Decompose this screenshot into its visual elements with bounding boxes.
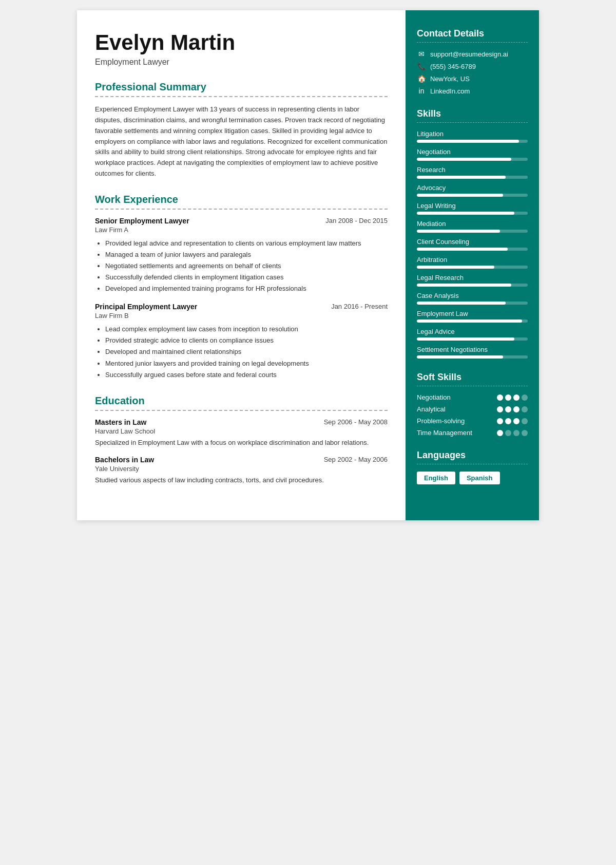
skill-item: Legal Research (417, 274, 528, 287)
skill-bar-fill (417, 176, 506, 179)
skill-bar-fill (417, 230, 500, 233)
job-bullet: Lead complex employment law cases from i… (105, 324, 388, 335)
job-bullet: Successfully argued cases before state a… (105, 369, 388, 381)
skill-name: Client Counseling (417, 238, 528, 246)
dot-filled (505, 394, 511, 401)
skill-bar-fill (417, 140, 519, 143)
contact-list: ✉ support@resumedesign.ai 📞 (555) 345-67… (417, 50, 528, 95)
job-bullet: Provided strategic advice to clients on … (105, 335, 388, 346)
job-company: Law Firm B (95, 312, 388, 319)
job-entry: Principal Employment Lawyer Jan 2016 - P… (95, 303, 388, 380)
job-company: Law Firm A (95, 226, 388, 234)
work-experience-divider (95, 209, 388, 210)
skill-item: Research (417, 166, 528, 179)
dot-empty (522, 394, 528, 401)
edu-dates: Sep 2002 - May 2006 (324, 456, 388, 463)
skill-bar-bg (417, 337, 528, 341)
skill-bar-fill (417, 284, 511, 287)
jobs-list: Senior Employment Lawyer Jan 2008 - Dec … (95, 217, 388, 381)
contact-title: Contact Details (417, 28, 528, 39)
skill-name: Mediation (417, 220, 528, 228)
left-column: Evelyn Martin Employment Lawyer Professi… (77, 10, 406, 520)
skills-list: Litigation Negotiation Research Advocacy… (417, 130, 528, 359)
skill-bar-bg (417, 266, 528, 269)
skill-bar-fill (417, 355, 503, 359)
skill-item: Litigation (417, 130, 528, 143)
skill-item: Legal Writing (417, 202, 528, 215)
soft-skill-name: Analytical (417, 405, 446, 413)
contact-icon: in (417, 87, 426, 95)
job-title-text: Principal Employment Lawyer (95, 303, 197, 311)
edu-dates: Sep 2006 - May 2008 (324, 418, 388, 426)
summary-text: Experienced Employment Lawyer with 13 ye… (95, 104, 388, 179)
skill-name: Case Analysis (417, 292, 528, 299)
skills-divider (417, 122, 528, 123)
skill-name: Advocacy (417, 184, 528, 192)
skill-item: Settlement Negotiations (417, 346, 528, 359)
language-tag: English (417, 472, 455, 484)
dot-filled (513, 394, 519, 401)
job-dates: Jan 2016 - Present (331, 303, 388, 310)
summary-divider (95, 96, 388, 97)
skill-name: Arbitration (417, 256, 528, 264)
skill-bar-bg (417, 194, 528, 197)
languages-title: Languages (417, 450, 528, 461)
skill-name: Litigation (417, 130, 528, 138)
contact-icon: ✉ (417, 50, 426, 58)
skill-item: Employment Law (417, 310, 528, 323)
skill-bar-fill (417, 302, 506, 305)
soft-skills-section: Soft Skills Negotiation Analytical Probl… (417, 372, 528, 437)
contact-text: support@resumedesign.ai (430, 50, 508, 58)
job-bullets-list: Lead complex employment law cases from i… (95, 324, 388, 380)
job-entry: Senior Employment Lawyer Jan 2008 - Dec … (95, 217, 388, 294)
summary-section: Professional Summary Experienced Employm… (95, 81, 388, 179)
edu-desc: Specialized in Employment Law with a foc… (95, 438, 388, 448)
dot-filled (497, 418, 503, 424)
skill-bar-bg (417, 230, 528, 233)
job-title-text: Senior Employment Lawyer (95, 217, 189, 225)
skill-bar-bg (417, 248, 528, 251)
soft-skill-item: Analytical (417, 405, 528, 413)
dot-empty (522, 418, 528, 424)
education-divider (95, 410, 388, 411)
summary-title: Professional Summary (95, 81, 388, 93)
skill-item: Case Analysis (417, 292, 528, 305)
skill-item: Client Counseling (417, 238, 528, 251)
skill-bar-fill (417, 158, 511, 161)
dot-filled (497, 430, 503, 436)
languages-section: Languages EnglishSpanish (417, 450, 528, 484)
contact-text: (555) 345-6789 (430, 63, 476, 70)
dot-empty (522, 406, 528, 412)
skill-bar-bg (417, 140, 528, 143)
skill-name: Legal Advice (417, 328, 528, 335)
skill-bar-fill (417, 337, 514, 341)
education-title: Education (95, 395, 388, 407)
contact-divider (417, 42, 528, 43)
soft-skill-item: Problem-solving (417, 417, 528, 425)
dot-filled (497, 406, 503, 412)
right-column: Contact Details ✉ support@resumedesign.a… (406, 10, 539, 520)
edu-degree: Bachelors in Law (95, 456, 154, 464)
skill-item: Negotiation (417, 148, 528, 161)
job-bullet: Successfully defended clients in employm… (105, 272, 388, 283)
dot-empty (505, 430, 511, 436)
contact-item: ✉ support@resumedesign.ai (417, 50, 528, 58)
contact-item: 📞 (555) 345-6789 (417, 62, 528, 70)
candidate-name: Evelyn Martin (95, 31, 388, 54)
soft-skill-name: Time Management (417, 429, 472, 437)
skill-bar-bg (417, 158, 528, 161)
job-bullets-list: Provided legal advice and representation… (95, 238, 388, 294)
dot-empty (513, 430, 519, 436)
work-experience-section: Work Experience Senior Employment Lawyer… (95, 194, 388, 381)
skill-name: Settlement Negotiations (417, 346, 528, 353)
job-bullet: Provided legal advice and representation… (105, 238, 388, 249)
soft-skill-name: Problem-solving (417, 417, 465, 425)
education-list: Masters in Law Sep 2006 - May 2008 Harva… (95, 418, 388, 485)
job-dates: Jan 2008 - Dec 2015 (325, 217, 388, 224)
skill-dots (497, 430, 528, 436)
soft-skills-divider (417, 386, 528, 386)
soft-skill-item: Negotiation (417, 393, 528, 401)
skill-bar-fill (417, 212, 514, 215)
education-entry: Bachelors in Law Sep 2002 - May 2006 Yal… (95, 456, 388, 485)
edu-desc: Studied various aspects of law including… (95, 475, 388, 485)
